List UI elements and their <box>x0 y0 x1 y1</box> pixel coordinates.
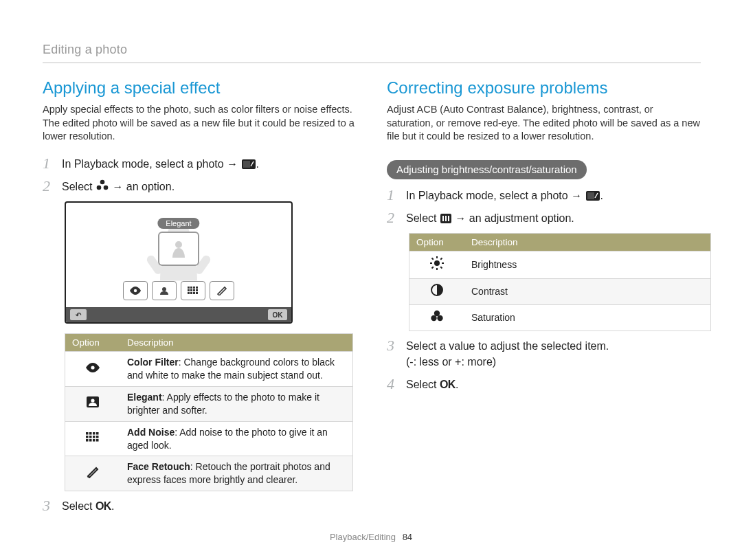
col-right: Correcting exposure problems Adjust ACB … <box>387 78 701 521</box>
table-row: Add Noise: Add noise to the photo to giv… <box>65 421 353 456</box>
page-footer: Playback/Editing 84 <box>0 532 742 542</box>
heading-apply-effect: Applying a special effect <box>43 78 357 98</box>
saturation-icon <box>409 304 465 331</box>
section-divider <box>43 63 701 63</box>
svg-rect-1 <box>243 161 250 168</box>
face-retouch-icon <box>65 456 121 491</box>
svg-line-52 <box>440 258 442 260</box>
th-option: Option <box>65 334 121 352</box>
svg-point-4 <box>104 186 109 190</box>
svg-rect-29 <box>96 432 99 435</box>
table-row: Saturation <box>409 304 711 331</box>
svg-rect-35 <box>89 439 92 442</box>
left-step-2: 2 Select → an option. <box>43 179 357 194</box>
back-button: ↶ <box>70 309 87 320</box>
svg-point-25 <box>91 399 94 403</box>
person-icon <box>168 238 189 259</box>
ok-icon: OK <box>440 379 456 390</box>
right-step-2: 2 Select → an adjustment option. <box>387 210 701 226</box>
svg-rect-36 <box>93 439 95 442</box>
svg-rect-30 <box>86 436 89 438</box>
photostyle-icon <box>95 179 109 192</box>
svg-rect-17 <box>193 289 195 291</box>
svg-point-55 <box>431 315 436 321</box>
tool-retouch <box>210 281 234 300</box>
col-left: Applying a special effect Apply special … <box>43 78 357 521</box>
contrast-icon <box>409 278 465 304</box>
thumb-frame <box>158 232 199 266</box>
svg-rect-33 <box>96 436 99 438</box>
svg-rect-34 <box>86 439 89 442</box>
opt-desc: Saturation <box>464 304 711 331</box>
svg-rect-14 <box>196 287 198 289</box>
effect-toolbar <box>123 281 234 300</box>
footer-chapter: Playback/Editing <box>330 532 396 542</box>
step-text: In Playback mode, select a photo → <box>62 158 241 170</box>
right-step-4: 4 Select OK. <box>387 377 701 392</box>
table-row: Face Retouch: Retouch the portrait photo… <box>65 456 353 491</box>
svg-point-10 <box>162 287 166 291</box>
svg-rect-22 <box>196 292 198 294</box>
step-text: Select <box>406 212 440 224</box>
svg-rect-12 <box>190 287 192 289</box>
table-row: Brightness <box>409 251 711 279</box>
svg-point-3 <box>97 186 102 190</box>
svg-rect-26 <box>86 432 89 435</box>
step-text: In Playback mode, select a photo → <box>406 190 585 201</box>
step-text: Select <box>406 379 440 390</box>
svg-point-44 <box>434 260 440 266</box>
color-filter-icon <box>65 352 121 387</box>
footer-page: 84 <box>403 532 412 542</box>
opt-name: Elegant <box>127 392 162 403</box>
svg-rect-41 <box>442 216 444 221</box>
step-text: → an adjustment option. <box>455 212 574 224</box>
left-step-1: 1 In Playback mode, select a photo → . <box>43 156 357 172</box>
tool-elegant <box>152 281 177 300</box>
svg-point-9 <box>134 289 137 292</box>
adjust-icon <box>440 213 452 224</box>
step-text: Select <box>62 500 95 512</box>
opt-desc: Contrast <box>464 278 711 304</box>
step-text: Select <box>62 181 95 192</box>
brightness-icon <box>409 251 465 279</box>
svg-line-51 <box>432 267 434 268</box>
svg-rect-43 <box>448 216 449 221</box>
subheading-pill: Adjusting brightness/contrast/saturation <box>387 160 587 179</box>
svg-rect-39 <box>587 192 594 199</box>
edit-icon <box>241 159 256 170</box>
ok-icon: OK <box>95 500 111 512</box>
elegant-icon <box>65 386 121 421</box>
table-row: Elegant: Apply effects to the photo to m… <box>65 386 353 421</box>
step-text: . <box>600 190 603 201</box>
left-step-3: 3 Select OK. <box>43 498 357 514</box>
step-text: . <box>456 379 458 390</box>
camera-screen-illustration: Elegant ↶ OK <box>65 201 293 324</box>
intro-exposure: Adjust ACB (Auto Contrast Balance), brig… <box>387 103 701 144</box>
effects-options-table: Option Description Color Filter: Change … <box>65 333 353 491</box>
heading-exposure: Correcting exposure problems <box>387 78 701 98</box>
step-text: → an option. <box>112 181 175 192</box>
adjustment-options-table: Option Description Brightness Contrast <box>409 233 711 331</box>
table-row: Contrast <box>409 278 711 304</box>
effect-label: Elegant <box>157 218 199 229</box>
svg-point-56 <box>437 315 442 321</box>
section-title: Editing a photo <box>43 43 701 57</box>
svg-point-8 <box>175 241 182 248</box>
svg-rect-37 <box>96 439 99 442</box>
svg-line-50 <box>440 267 442 268</box>
opt-name: Add Noise <box>127 427 175 438</box>
table-row: Color Filter: Change background colors t… <box>65 352 353 387</box>
svg-rect-18 <box>196 289 198 291</box>
ok-button: OK <box>268 309 287 320</box>
tool-noise <box>181 281 205 300</box>
right-step-3: 3 Select a value to adjust the selected … <box>387 338 701 370</box>
bottom-bar: ↶ OK <box>66 307 291 322</box>
svg-rect-15 <box>188 289 190 291</box>
svg-line-49 <box>432 258 434 260</box>
svg-point-54 <box>434 311 440 316</box>
step-text: . <box>111 500 114 512</box>
svg-rect-27 <box>89 432 92 435</box>
opt-name: Face Retouch <box>127 461 190 472</box>
svg-rect-20 <box>190 292 192 294</box>
opt-name: Color Filter <box>127 357 179 368</box>
